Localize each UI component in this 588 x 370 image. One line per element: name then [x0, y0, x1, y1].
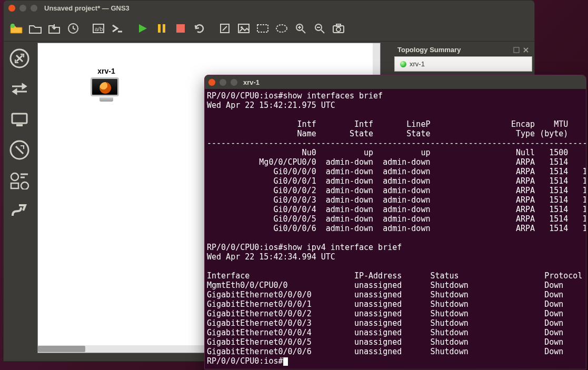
panel-close-icon[interactable]: [523, 47, 529, 53]
open-project-button[interactable]: [27, 20, 44, 37]
window-close-button[interactable]: [8, 4, 16, 12]
draw-ellipse-button[interactable]: [273, 20, 290, 37]
svg-rect-30: [514, 47, 519, 53]
status-running-icon: [400, 61, 406, 67]
terminal-titlebar[interactable]: xrv-1: [205, 75, 586, 89]
term-title-text: xrv-1: [243, 78, 260, 86]
panel-title-text: Topology Summary: [397, 46, 461, 54]
svg-rect-28: [11, 183, 18, 188]
device-dock: [4, 42, 35, 361]
panel-detach-icon[interactable]: [513, 47, 520, 53]
all-devices-category-button[interactable]: [7, 168, 32, 193]
terminal-output[interactable]: RP/0/0/CPU0:ios#show interfaces brief We…: [205, 89, 586, 369]
svg-rect-6: [163, 24, 165, 33]
draw-rect-button[interactable]: [254, 20, 271, 37]
topology-summary-body: xrv-1: [394, 56, 532, 72]
gns3-titlebar[interactable]: Unsaved project* — GNS3: [4, 1, 534, 15]
svg-point-12: [276, 25, 287, 32]
start-all-button[interactable]: [134, 20, 151, 37]
end-devices-category-button[interactable]: [7, 107, 32, 132]
console-all-button[interactable]: [109, 20, 126, 37]
new-project-button[interactable]: [8, 20, 25, 37]
snapshot-button[interactable]: [65, 20, 82, 37]
svg-rect-5: [158, 24, 161, 33]
gns3-toolbar: a/b: [4, 15, 534, 42]
security-devices-category-button[interactable]: [7, 137, 32, 163]
reload-all-button[interactable]: [191, 20, 208, 37]
svg-point-29: [21, 182, 28, 189]
term-close-button[interactable]: [208, 78, 216, 86]
window-maximize-button[interactable]: [30, 4, 38, 12]
zoom-out-button[interactable]: [311, 20, 328, 37]
save-project-button[interactable]: [46, 20, 63, 37]
add-note-button[interactable]: [216, 20, 233, 37]
terminal-window[interactable]: xrv-1 RP/0/0/CPU0:ios#show interfaces br…: [204, 75, 586, 369]
svg-rect-7: [176, 24, 185, 33]
svg-point-27: [11, 173, 18, 181]
svg-rect-24: [12, 114, 27, 123]
routers-category-button[interactable]: [7, 46, 32, 71]
host-icon: [91, 77, 122, 104]
term-minimize-button[interactable]: [219, 78, 227, 86]
topology-node-row[interactable]: xrv-1: [400, 60, 526, 68]
zoom-in-button[interactable]: [292, 20, 309, 37]
pause-all-button[interactable]: [153, 20, 170, 37]
node-label: xrv-1: [91, 67, 122, 75]
svg-rect-11: [257, 25, 268, 32]
svg-point-0: [11, 24, 15, 28]
screenshot-button[interactable]: [330, 20, 347, 37]
svg-line-18: [321, 30, 324, 33]
topology-summary-title: Topology Summary: [394, 44, 532, 56]
svg-line-14: [302, 30, 305, 33]
gns3-title-text: Unsaved project* — GNS3: [44, 4, 129, 12]
insert-image-button[interactable]: [235, 20, 252, 37]
svg-rect-25: [16, 124, 23, 126]
window-minimize-button[interactable]: [19, 4, 27, 12]
stop-all-button[interactable]: [172, 20, 189, 37]
show-labels-button[interactable]: a/b: [90, 20, 107, 37]
node-xrv-1[interactable]: xrv-1: [91, 67, 122, 104]
svg-text:a/b: a/b: [95, 26, 103, 32]
topology-node-name: xrv-1: [410, 60, 425, 68]
term-maximize-button[interactable]: [230, 78, 238, 86]
switches-category-button[interactable]: [7, 76, 32, 102]
add-link-button[interactable]: [7, 198, 32, 224]
svg-point-22: [336, 27, 341, 32]
